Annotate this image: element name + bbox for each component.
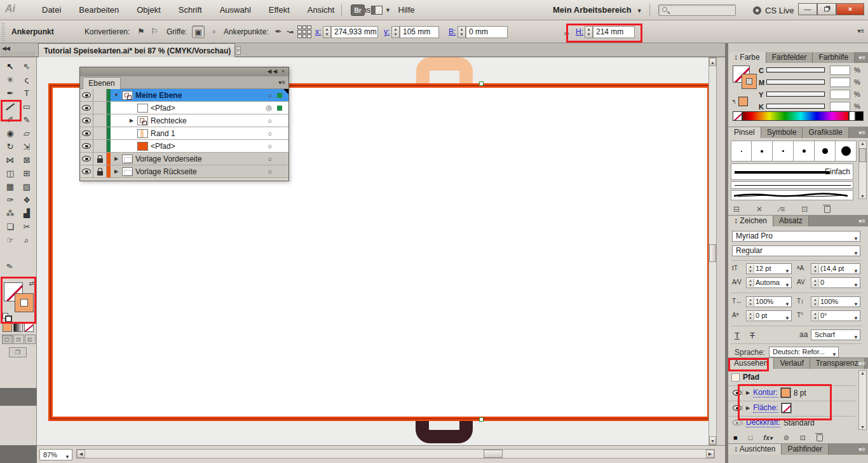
appearance-stroke-row[interactable]: ▶ Kontur: 8 pt (728, 385, 855, 399)
brush-swatch-6[interactable] (836, 141, 857, 162)
menu-bearbeiten[interactable]: Bearbeiten (70, 3, 128, 17)
selection-tool[interactable]: ↖ (2, 60, 18, 73)
menu-datei[interactable]: Datei (33, 3, 70, 17)
baseline-shift-field[interactable]: ▲▼0 pt▼ (746, 310, 792, 321)
lock-toggle[interactable] (93, 140, 107, 152)
object-pfad-2[interactable]: <Pfad>○ (80, 140, 288, 153)
scroll-right-icon[interactable]: ▶ (706, 450, 714, 458)
mesh-tool[interactable]: ▦ (2, 180, 18, 193)
menu-objekt[interactable]: Objekt (128, 3, 170, 17)
control-bar-menu-icon[interactable]: ▾≡ (857, 27, 864, 34)
kerning-field[interactable]: ▲▼Automa▼ (746, 277, 792, 288)
visibility-toggle[interactable] (80, 153, 93, 165)
appearance-opacity-row[interactable]: Deckkraft: Standard (728, 416, 855, 429)
delete-brush-icon[interactable] (824, 206, 831, 213)
perspective-grid-tool[interactable]: ⊞ (18, 167, 35, 180)
lock-toggle[interactable] (93, 114, 107, 127)
zoom-tool[interactable]: ⌕ (18, 233, 35, 247)
spinner-icon[interactable]: ▲▼ (812, 279, 819, 287)
tab-farbe[interactable]: ↕ Farbe (728, 52, 766, 63)
layer-vorlage-rueckseite[interactable]: ▶Vorlage Rückseite○ (80, 165, 288, 178)
new-fill-icon[interactable]: □ (749, 434, 753, 441)
stroke-color-swatch[interactable] (781, 388, 790, 397)
tab-symbole[interactable]: Symbole (761, 127, 803, 138)
panel-collapse-close-icons[interactable]: ◀◀ × (267, 68, 286, 74)
brush-item-thin[interactable] (731, 181, 853, 189)
link-dimensions-icon[interactable]: ∞ (560, 27, 573, 39)
gradient-button[interactable] (13, 323, 23, 332)
horizontal-scroll-thumb[interactable] (484, 450, 503, 458)
layer-row-content[interactable]: Rand 1○ (111, 127, 288, 139)
horizontal-scale-field[interactable]: ▲▼100%▼ (746, 296, 792, 307)
appearance-scrollbar[interactable]: ▲▼ (858, 370, 867, 430)
column-graph-tool[interactable]: ▟ (18, 207, 35, 220)
spinner-icon[interactable]: ▲▼ (812, 298, 819, 306)
tab-ebenen[interactable]: Ebenen (83, 77, 121, 89)
expand-icon[interactable]: ▶ (113, 156, 119, 162)
tab-farbhilfe[interactable]: Farbhilfe (813, 52, 855, 63)
control-bar-grip[interactable] (1, 23, 5, 41)
lock-toggle[interactable] (93, 89, 107, 101)
scroll-down-icon[interactable]: ▼ (709, 436, 716, 445)
expand-icon[interactable]: ▶ (128, 118, 135, 123)
visibility-toggle[interactable] (80, 102, 93, 114)
scroll-up-icon[interactable]: ▲ (709, 58, 716, 66)
draw-normal-button[interactable]: ▢ (2, 335, 13, 344)
spinner-icon[interactable]: ▲▼ (747, 265, 754, 273)
appearance-fill-row[interactable]: ▶ Fläche: (728, 401, 855, 415)
vertical-scrollbar[interactable]: ▲ ▼ (709, 57, 717, 445)
draw-inside-button[interactable]: ◱ (25, 335, 36, 344)
type-tool[interactable]: T (18, 86, 35, 100)
object-pfad-1[interactable]: <Pfad>◎ (80, 102, 288, 114)
panel-menu-icon[interactable]: ▾≡ (278, 79, 285, 86)
anchor-point-top[interactable] (479, 81, 484, 86)
gradient-tool[interactable]: ▨ (18, 180, 35, 193)
brush-swatch-5[interactable] (815, 141, 836, 162)
layer-vorlage-vorderseite[interactable]: ▶Vorlage Vorderseite○ (80, 153, 288, 165)
pen-tool[interactable]: ✒ (2, 86, 18, 100)
visibility-toggle[interactable] (80, 165, 93, 177)
channel-slider[interactable] (766, 104, 825, 109)
leading-field[interactable]: ▲▼(14,4 pt▼ (811, 263, 860, 274)
opacity-link[interactable]: Deckkraft: (746, 418, 780, 427)
line-segment-tool[interactable] (2, 100, 18, 113)
workspace-switcher[interactable]: Mein Arbeitsbereich▼ (553, 4, 642, 17)
horizontal-scrollbar[interactable]: ◀ ▶ (76, 449, 715, 459)
channel-value-field[interactable] (830, 90, 850, 99)
lock-toggle[interactable] (93, 165, 107, 177)
brush-libraries-icon[interactable]: ⊟ (733, 205, 740, 214)
scale-tool[interactable]: ⇲ (18, 140, 35, 153)
channel-slider[interactable] (766, 79, 825, 85)
font-style-select[interactable]: Regular▼ (732, 245, 860, 256)
tab-grafikstile[interactable]: Grafikstile (803, 127, 848, 138)
layers-panel-titlebar[interactable]: ◀◀ × (80, 67, 288, 76)
lock-toggle[interactable] (93, 127, 107, 139)
x-field[interactable]: 274,933 mm (331, 26, 378, 38)
spectrum-gradient[interactable] (742, 111, 849, 121)
tab-transparenz[interactable]: Transparenz (810, 358, 865, 369)
stroke-swatch-orange[interactable] (742, 74, 756, 88)
brush-swatch-4[interactable] (794, 141, 815, 162)
show-handles-button[interactable]: ▣ (192, 25, 205, 38)
menu-auswahl[interactable]: Auswahl (211, 3, 260, 17)
vertical-scale-field[interactable]: ▲▼100%▼ (811, 296, 860, 307)
scroll-thumb[interactable] (859, 148, 866, 162)
antialias-select[interactable]: Scharf▼ (811, 329, 860, 340)
target-circle-icon[interactable]: ○ (268, 142, 272, 150)
brush-swatch-3[interactable] (773, 141, 794, 162)
stroke-swatch-orange[interactable] (15, 294, 33, 312)
vertical-scroll-thumb[interactable] (709, 244, 716, 262)
target-circle-icon[interactable]: ○ (268, 168, 272, 176)
channel-value-field[interactable] (830, 78, 850, 87)
clear-appearance-icon[interactable]: ⊘ (783, 434, 789, 442)
character-rotation-field[interactable]: ▲▼0°▼ (811, 310, 860, 321)
width-field[interactable]: 0 mm (466, 26, 508, 38)
hand-tool[interactable]: ☞ (2, 233, 18, 247)
none-swatch[interactable] (733, 111, 742, 121)
layer-row-content[interactable]: ▶Vorlage Rückseite○ (111, 165, 288, 177)
none-button[interactable] (24, 323, 34, 332)
visibility-toggle[interactable] (80, 140, 93, 152)
lasso-tool[interactable]: ς (18, 73, 35, 86)
slice-tool[interactable]: ✂ (18, 220, 35, 233)
duplicate-item-icon[interactable]: ⊡ (800, 434, 806, 442)
